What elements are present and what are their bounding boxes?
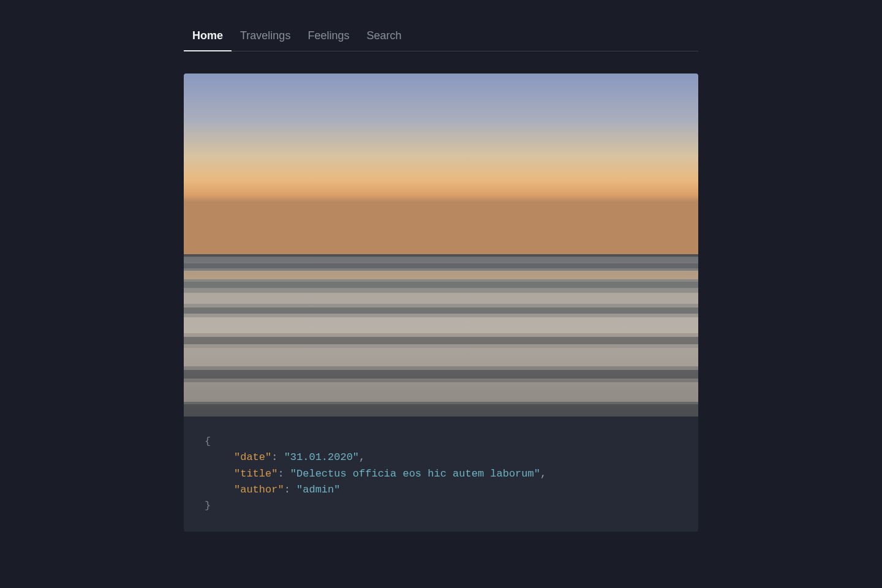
code-field-title: "title": "Delectus officia eos hic autem… — [205, 466, 677, 482]
svg-rect-2 — [184, 254, 698, 257]
code-key: "date" — [234, 451, 271, 463]
code-comma: , — [359, 451, 365, 463]
code-value: "admin" — [296, 484, 340, 496]
code-value: "31.01.2020" — [284, 451, 359, 463]
code-value: "Delectus officia eos hic autem laborum" — [290, 468, 540, 480]
svg-rect-8 — [184, 317, 698, 333]
svg-rect-4 — [184, 271, 698, 279]
page-container: Home Travelings Feelings Search — [184, 22, 698, 532]
post-hero-image — [184, 74, 698, 417]
post-card: { "date": "31.01.2020", "title": "Delect… — [184, 74, 698, 532]
svg-rect-13 — [184, 404, 698, 417]
code-key: "title" — [234, 468, 277, 480]
svg-rect-3 — [184, 263, 698, 268]
svg-rect-6 — [184, 293, 698, 304]
svg-rect-7 — [184, 307, 698, 314]
code-colon: : — [284, 484, 290, 496]
code-comma: , — [540, 468, 546, 480]
code-field-date: "date": "31.01.2020", — [205, 450, 677, 466]
code-colon: : — [277, 468, 284, 480]
svg-rect-5 — [184, 282, 698, 288]
code-field-author: "author": "admin" — [205, 482, 677, 498]
code-close-brace: } — [205, 500, 211, 511]
svg-rect-0 — [184, 74, 698, 257]
code-key: "author" — [234, 484, 284, 496]
svg-rect-11 — [184, 370, 698, 379]
tab-home[interactable]: Home — [184, 22, 232, 51]
nav-tabs: Home Travelings Feelings Search — [184, 22, 698, 51]
code-colon: : — [271, 451, 277, 463]
code-open-brace: { — [205, 435, 211, 447]
tab-travelings[interactable]: Travelings — [232, 22, 299, 51]
tab-search[interactable]: Search — [358, 22, 410, 51]
tab-feelings[interactable]: Feelings — [299, 22, 358, 51]
svg-rect-9 — [184, 337, 698, 344]
svg-rect-10 — [184, 348, 698, 366]
svg-rect-12 — [184, 382, 698, 402]
post-meta-code: { "date": "31.01.2020", "title": "Delect… — [184, 417, 698, 532]
